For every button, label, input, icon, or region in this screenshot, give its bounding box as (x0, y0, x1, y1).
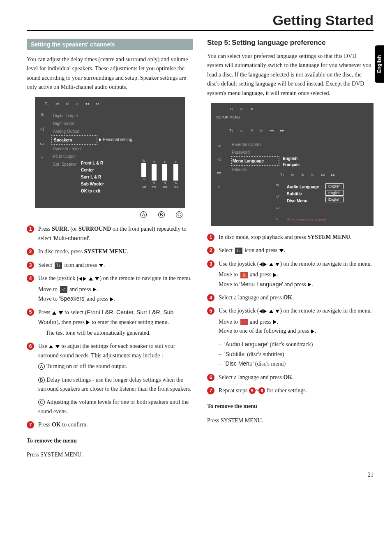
up-arrow-icon (49, 345, 53, 348)
step-item: In disc mode, press SYSTEM MENU. (27, 247, 193, 256)
menu-item: Defaults (231, 166, 279, 174)
menu-item: Password (231, 148, 279, 156)
step-item: In disc mode, stop playback and press SY… (207, 233, 374, 242)
subtitle-icon: ⋯ (240, 319, 248, 325)
menu-item-selected: Speakers (51, 135, 97, 145)
left-arrow-icon (259, 309, 263, 313)
submenu-item: Center (81, 167, 104, 174)
language-tab: English (375, 45, 384, 83)
figure-sidebar: ⧈ ◁ ▭ ⌂ (38, 112, 46, 160)
down-arrow-icon (275, 263, 279, 266)
callout-icon: A (38, 363, 45, 370)
figure-menu: Parental Control Password Menu Language … (231, 141, 279, 174)
step-item: Select a language and press OK. (207, 373, 374, 382)
gauge-label: 3 dB (160, 181, 170, 189)
lang-value: English (325, 190, 344, 196)
up-arrow-icon (89, 277, 93, 280)
remove-menu-body: Press SYSTEM MENU. (27, 450, 193, 459)
gauge-label: On (140, 181, 148, 189)
menu-item: Analog Output (51, 127, 97, 135)
speaker-icon: ◁ (60, 286, 67, 293)
step-item: Select T↓ icon and press . (207, 246, 374, 255)
figure-gauges: ↻◁ ⊻ ⊻ ⊻ On 3 ms 3 dB 6 dB (139, 158, 182, 192)
intro-paragraph: You can select your preferred language s… (207, 52, 374, 98)
down-arrow-icon (95, 277, 99, 280)
setup-label: SETUP MENU (216, 115, 240, 119)
submenu-item: Surr L & R (81, 174, 104, 181)
sidebar-home-icon: ⌂ (41, 155, 44, 160)
menu-item-selected: Menu Language (231, 156, 279, 166)
right-arrow-icon (83, 277, 86, 281)
callout-letter: C (176, 211, 182, 218)
sidebar-speaker-icon: ◁ (40, 126, 44, 132)
submenu-item: Sub Woofer (81, 181, 104, 188)
figure-submenu: Front L & R Center Surr L & R Sub Woofer… (81, 160, 104, 195)
right-arrow-icon (308, 283, 311, 287)
submenu-item: OK to exit (81, 188, 104, 195)
callout-icon: C (38, 399, 45, 405)
chapter-title: Getting Started (27, 12, 374, 31)
step-item: Use the joystick ( ) on the remote to na… (207, 259, 374, 289)
down-arrow-icon (279, 249, 284, 253)
step-item: Select a language and press OK. (207, 293, 374, 302)
figure-toolbar: T↓▭≋▷◂◂▸▸ (229, 127, 284, 133)
toolbar-tool-icon: T↓ (45, 102, 49, 106)
step-note: The test tone will be automatically gene… (46, 329, 193, 338)
figure-lang-values: English English English (325, 183, 344, 203)
right-arrow-icon (273, 273, 277, 277)
figure-note: Go to language setup page (287, 218, 327, 221)
right-arrow-icon (263, 309, 267, 313)
right-arrow-icon (273, 320, 277, 324)
right-arrow-icon (263, 262, 267, 266)
menu-item: Digital Output (51, 112, 97, 120)
remove-menu-heading: To remove the menu (27, 436, 193, 445)
tool-icon: T↓ (235, 248, 242, 254)
left-arrow-icon (79, 277, 82, 281)
right-arrow-icon (311, 329, 314, 334)
step-item: Use to adjust the settings for each spea… (27, 342, 193, 416)
step-ref-icon: 5 (249, 387, 256, 394)
remove-menu-body: Press SYSTEM MENU. (207, 416, 374, 425)
step-item: Press OK to confirm. (27, 420, 193, 429)
right-column: Step 5:Setting language preference You c… (207, 39, 374, 464)
option-item: Français (283, 162, 300, 168)
figure-sidebar: ⧈◁▭⌂ (274, 183, 280, 221)
lang-list-item: Disc Menu (287, 197, 319, 204)
step-item: Press to select (Front L&R, Center, Surr… (27, 308, 193, 338)
figure-toolbar: T↓▭≋ (229, 106, 254, 112)
right-arrow-icon (110, 297, 113, 301)
left-column: Setting the speakers' channels You can a… (27, 39, 193, 464)
up-arrow-icon (269, 263, 273, 266)
step-ref-icon: 6 (258, 387, 265, 394)
figure-toolbar: T↓▭≋▷◂◂▸▸ (280, 172, 369, 178)
toolbar-screen-icon: ▭ (55, 102, 59, 106)
page-number: 21 (27, 472, 374, 478)
lock-icon: 🔒 (240, 272, 248, 278)
right-arrow-icon (86, 320, 90, 324)
figure-callouts: A B C (35, 211, 182, 218)
figure-lang-list: Audio Language Subtitle Disc Menu (287, 183, 319, 204)
left-arrow-icon (259, 262, 263, 266)
figure-options: English Français (283, 155, 300, 168)
menu-item: Night mode (51, 120, 97, 127)
lang-value: English (325, 183, 344, 189)
figure-sidebar: ⧈◁▭⌂ (215, 143, 223, 189)
right-arrow-icon (93, 287, 96, 292)
lang-list-item: Audio Language (287, 183, 319, 190)
step-item: Repeat steps 5~6 for other settings. (207, 386, 374, 395)
menu-item: Parental Control (231, 141, 279, 148)
down-arrow-icon (99, 264, 103, 267)
lang-value: English (325, 197, 344, 202)
remove-menu-heading: To remove the menu (207, 402, 374, 411)
toolbar-fwd-icon: ▸▸ (96, 102, 100, 106)
down-arrow-icon (275, 310, 279, 313)
figure-toolbar: T↓ ▭ ≋ ▷ ◂◂ ▸▸ (45, 100, 182, 107)
sidebar-person-icon: ⧈ (41, 112, 44, 117)
gauge-label: 3 ms (149, 181, 159, 189)
tool-icon: T↓ (55, 262, 62, 269)
step-heading: Step 5:Setting language preference (207, 39, 374, 47)
speaker-setup-figure: T↓ ▭ ≋ ▷ ◂◂ ▸▸ ⧈ ◁ ▭ ⌂ Digital Output Ni… (35, 97, 185, 208)
figure-right-label: Personal setting ... (99, 137, 137, 142)
lang-list-item: Subtitle (287, 190, 319, 197)
toolbar-sound-icon: ≋ (66, 102, 69, 106)
